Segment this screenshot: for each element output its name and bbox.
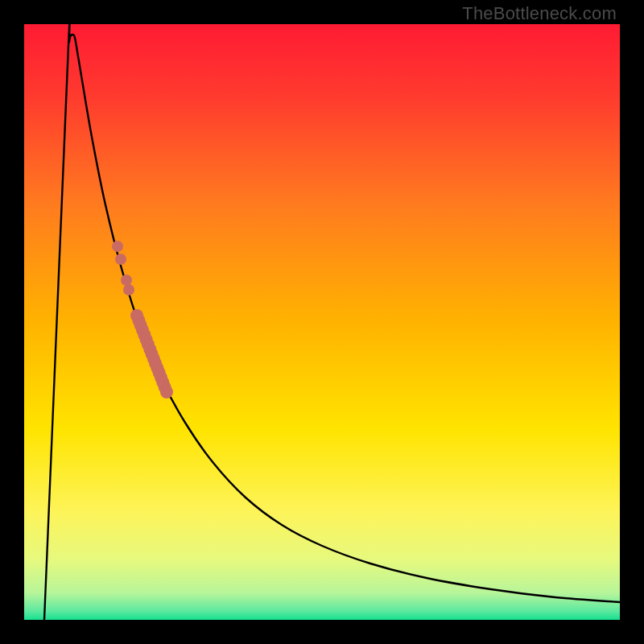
highlight-dot: [160, 386, 173, 398]
watermark-text: TheBottleneck.com: [462, 3, 617, 24]
highlight-dot: [115, 254, 126, 265]
highlight-dot: [121, 275, 132, 286]
plot-area: [24, 24, 620, 620]
gradient-background: [24, 24, 620, 620]
highlight-dot: [123, 284, 134, 295]
chart-frame: TheBottleneck.com: [0, 0, 644, 644]
chart-svg: [24, 24, 620, 620]
highlight-dot: [112, 241, 123, 252]
